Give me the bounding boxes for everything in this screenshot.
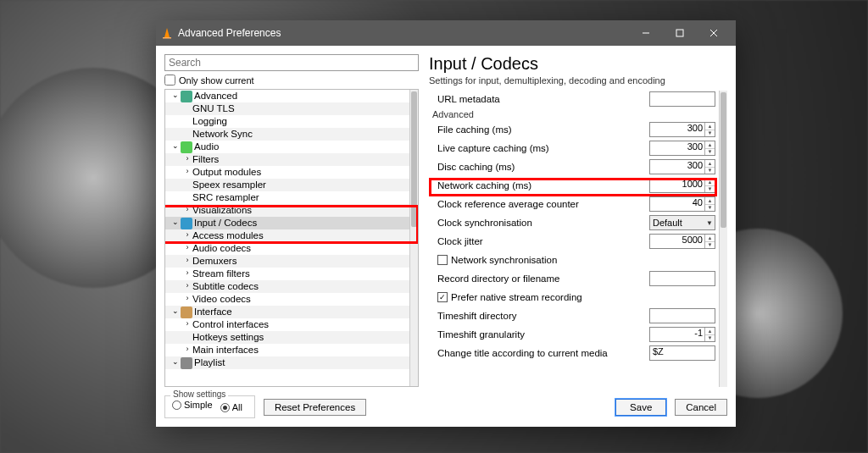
spinner-icon[interactable]: ▲▼ xyxy=(704,179,715,192)
radio-all[interactable]: All xyxy=(220,402,242,412)
url-metadata-input[interactable] xyxy=(649,91,715,107)
titlebar[interactable]: Advanced Preferences xyxy=(156,20,736,46)
chevron-right-icon[interactable]: › xyxy=(182,152,192,165)
chevron-down-icon[interactable]: ⌄ xyxy=(170,305,181,318)
reset-preferences-button[interactable]: Reset Preferences xyxy=(264,399,366,416)
minimize-button[interactable] xyxy=(629,20,663,46)
tree-item-label: Visualizations xyxy=(192,204,252,217)
chevron-down-icon[interactable]: ⌄ xyxy=(170,90,181,102)
iface-icon xyxy=(181,307,192,318)
tree-item-label: Subtitle codecs xyxy=(192,280,259,293)
spinner-icon[interactable]: ▲▼ xyxy=(704,123,715,136)
chevron-down-icon[interactable]: ⌄ xyxy=(170,216,181,229)
group-advanced-label: Advanced xyxy=(429,109,715,119)
chevron-right-icon[interactable]: › xyxy=(182,203,192,216)
chevron-down-icon[interactable]: ⌄ xyxy=(170,140,181,152)
chevron-down-icon[interactable]: ⌄ xyxy=(170,356,181,368)
list-icon xyxy=(181,357,192,369)
only-show-current-checkbox[interactable]: Only show current xyxy=(164,75,419,86)
chevron-right-icon[interactable]: › xyxy=(182,241,192,254)
tree-item-control-interfaces[interactable]: ›Control interfaces xyxy=(165,318,409,331)
chevron-right-icon[interactable]: › xyxy=(182,229,192,241)
tree-item-filters[interactable]: ›Filters xyxy=(165,153,409,166)
show-settings-group: Show settings Simple All xyxy=(164,395,255,418)
tree-item-label: GNU TLS xyxy=(192,102,235,115)
timeshift-dir-input[interactable] xyxy=(649,308,715,323)
scrollbar-thumb[interactable] xyxy=(411,91,417,227)
tree-item-video-codecs[interactable]: ›Video codecs xyxy=(165,293,409,306)
tree-item-src-resampler[interactable]: SRC resampler xyxy=(165,191,409,204)
row-file-caching: File caching (ms) 300▲▼ xyxy=(429,121,715,138)
spinner-icon[interactable]: ▲▼ xyxy=(704,141,715,155)
prefer-native-checkbox[interactable]: ✓ xyxy=(437,292,448,302)
tree-item-output-modules[interactable]: ›Output modules xyxy=(165,166,409,179)
chevron-right-icon[interactable]: › xyxy=(182,318,192,330)
chevron-down-icon: ▼ xyxy=(706,219,713,227)
tree-item-label: SRC resampler xyxy=(192,191,259,204)
spinner-icon[interactable]: ▲▼ xyxy=(704,197,715,211)
chevron-right-icon[interactable]: › xyxy=(182,292,192,305)
tree-item-label: Video codecs xyxy=(192,293,251,306)
spinner-icon[interactable]: ▲▼ xyxy=(704,160,715,174)
chevron-right-icon[interactable]: › xyxy=(182,279,192,292)
radio-simple[interactable]: Simple xyxy=(172,400,213,410)
cancel-button[interactable]: Cancel xyxy=(675,399,727,416)
live-capture-caching-input[interactable]: 300▲▼ xyxy=(649,141,715,156)
network-caching-input[interactable]: 1000▲▼ xyxy=(649,178,715,193)
tree-item-label: Main interfaces xyxy=(192,344,259,356)
tree-item-access-modules[interactable]: ›Access modules xyxy=(165,229,409,242)
chevron-right-icon[interactable]: › xyxy=(182,343,192,356)
form-scrollbar[interactable] xyxy=(719,91,727,387)
tree-item-main-interfaces[interactable]: ›Main interfaces xyxy=(165,344,409,356)
tree-item-audio[interactable]: ⌄Audio xyxy=(165,141,409,153)
tree-item-audio-codecs[interactable]: ›Audio codecs xyxy=(165,242,409,255)
tree-item-label: Stream filters xyxy=(192,268,250,280)
only-show-current-input[interactable] xyxy=(164,75,175,86)
tree-item-speex-resampler[interactable]: Speex resampler xyxy=(165,179,409,191)
tree-item-label: Demuxers xyxy=(192,255,236,268)
tree-item-label: Audio codecs xyxy=(192,242,251,255)
save-button[interactable]: Save xyxy=(615,399,666,416)
tree-item-interface[interactable]: ⌄Interface xyxy=(165,306,409,318)
tree-item-label: Speex resampler xyxy=(192,179,266,191)
search-input[interactable] xyxy=(164,54,419,71)
svg-rect-1 xyxy=(163,37,171,39)
file-caching-input[interactable]: 300▲▼ xyxy=(649,122,715,137)
tree-item-label: Input / Codecs xyxy=(194,217,257,229)
category-tree[interactable]: ⌄AdvancedGNU TLSLoggingNetwork Sync⌄Audi… xyxy=(164,89,419,387)
tree-scrollbar[interactable] xyxy=(409,90,418,386)
disc-caching-input[interactable]: 300▲▼ xyxy=(649,159,715,174)
page-subtitle: Settings for input, demultiplexing, deco… xyxy=(429,75,727,86)
window-title: Advanced Preferences xyxy=(178,27,629,39)
tree-item-stream-filters[interactable]: ›Stream filters xyxy=(165,268,409,280)
network-sync-checkbox[interactable] xyxy=(437,255,448,265)
timeshift-granularity-input[interactable]: -1▲▼ xyxy=(649,327,715,342)
spinner-icon[interactable]: ▲▼ xyxy=(704,328,715,341)
tree-item-hotkeys-settings[interactable]: Hotkeys settings xyxy=(165,331,409,344)
tree-item-input-codecs[interactable]: ⌄Input / Codecs xyxy=(165,217,409,229)
chevron-right-icon[interactable]: › xyxy=(182,254,192,267)
tree-item-network-sync[interactable]: Network Sync xyxy=(165,128,409,141)
scrollbar-thumb[interactable] xyxy=(721,92,726,228)
tree-item-subtitle-codecs[interactable]: ›Subtitle codecs xyxy=(165,280,409,293)
clock-sync-select[interactable]: Default▼ xyxy=(649,215,715,230)
tree-item-logging[interactable]: Logging xyxy=(165,115,409,128)
close-button[interactable] xyxy=(697,20,731,46)
tree-item-label: Audio xyxy=(194,141,219,153)
url-metadata-label: URL metadata xyxy=(429,94,649,104)
chevron-right-icon[interactable]: › xyxy=(182,165,192,178)
clock-reference-input[interactable]: 40▲▼ xyxy=(649,196,715,212)
record-dir-input[interactable] xyxy=(649,271,715,286)
only-show-current-label: Only show current xyxy=(179,75,254,86)
change-title-input[interactable]: $Z xyxy=(649,345,715,361)
maximize-button[interactable] xyxy=(663,20,697,46)
preferences-window: Advanced Preferences Only show current ⌄… xyxy=(156,20,736,427)
chevron-right-icon[interactable]: › xyxy=(182,267,192,279)
tree-item-advanced[interactable]: ⌄Advanced xyxy=(165,90,409,102)
clock-jitter-input[interactable]: 5000▲▼ xyxy=(649,234,715,249)
spinner-icon[interactable]: ▲▼ xyxy=(704,235,715,248)
tree-item-demuxers[interactable]: ›Demuxers xyxy=(165,255,409,268)
tree-item-visualizations[interactable]: ›Visualizations xyxy=(165,204,409,217)
tree-item-playlist[interactable]: ⌄Playlist xyxy=(165,356,409,369)
tree-item-gnu-tls[interactable]: GNU TLS xyxy=(165,102,409,115)
